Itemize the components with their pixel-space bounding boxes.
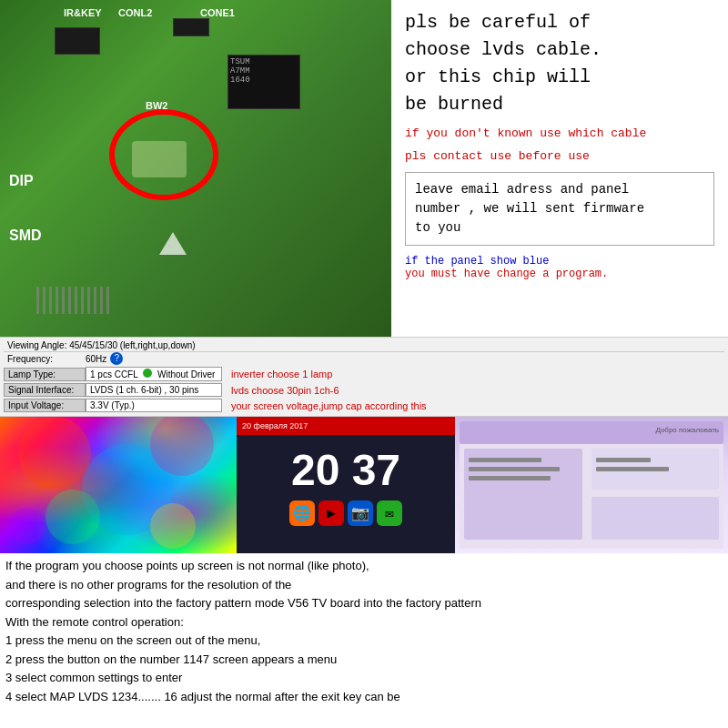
frequency-value: 60Hz bbox=[86, 354, 106, 364]
svg-rect-23 bbox=[469, 458, 541, 462]
pcb-label-cone1: CONE1 bbox=[200, 7, 235, 18]
svg-rect-9 bbox=[94, 287, 96, 314]
svg-rect-5 bbox=[68, 287, 71, 314]
bottom-images: 20 февраля 2017 20 37 🌐 ▶ 📷 ✉ bbox=[0, 417, 728, 553]
pcb-label-dip: DIP bbox=[9, 173, 34, 189]
warning-line4: be burned bbox=[405, 94, 503, 115]
triangle-marker bbox=[159, 232, 187, 255]
top-section: IR&KEY CONL2 CONE1 DIP SMD BW2 UL2 TSUMA… bbox=[0, 0, 728, 337]
info-box: leave email adress and panel number , we… bbox=[405, 172, 714, 246]
right-panel-bg: Добро пожаловать bbox=[455, 417, 728, 553]
svg-rect-2 bbox=[49, 287, 52, 314]
svg-rect-27 bbox=[596, 467, 669, 471]
clock-bar-text: 20 февраля 2017 bbox=[242, 421, 308, 430]
program-notice-text: you must have change a program. bbox=[405, 268, 608, 280]
frequency-label: Frequency: bbox=[4, 353, 86, 365]
android-icon-1: 🌐 bbox=[289, 500, 315, 526]
bottom-line7: 3 select common settings to enter bbox=[5, 669, 723, 687]
clock-bar: 20 февраля 2017 bbox=[237, 417, 455, 435]
blue-notice: if the panel show blue bbox=[405, 255, 714, 268]
lvds-note: lvds choose 30pin 1ch-6 bbox=[231, 385, 339, 396]
clock-time-display: 20 37 bbox=[291, 445, 400, 495]
warning-line1: pls be careful of bbox=[405, 12, 591, 33]
page-wrapper: IR&KEY CONL2 CONE1 DIP SMD BW2 UL2 TSUMA… bbox=[0, 0, 728, 728]
blue-notice-text: if the panel show blue bbox=[405, 255, 549, 268]
red-circle-highlight bbox=[109, 109, 218, 200]
svg-point-16 bbox=[150, 503, 196, 549]
lamp-driver: Without Driver bbox=[157, 369, 215, 379]
main-warning-text: pls be careful of choose lvds cable. or … bbox=[405, 9, 714, 118]
bottom-line5: 1 press the menu on the screen out of th… bbox=[5, 632, 723, 650]
bottom-line1: If the program you choose points up scre… bbox=[5, 557, 723, 575]
android-icon-4: ✉ bbox=[377, 500, 402, 526]
viewing-angle-row: Viewing Angle: 45/45/15/30 (left,right,u… bbox=[4, 339, 724, 352]
signal-row: Signal Interface: LVDS (1 ch. 6-bit) , 3… bbox=[4, 383, 724, 397]
svg-rect-4 bbox=[62, 287, 65, 314]
bottom-line8: 4 select MAP LVDS 1234....... 16 adjust … bbox=[5, 688, 723, 706]
signal-label: Signal Interface: bbox=[4, 383, 86, 397]
red-warning-1: if you don't known use which cable bbox=[405, 126, 714, 142]
pcb-label-conl2: CONL2 bbox=[118, 7, 152, 18]
info-line2: number , we will sent firmware bbox=[415, 201, 644, 216]
panel-text-overlay: Добро пожаловать bbox=[655, 426, 719, 434]
android-icon-3: 📷 bbox=[348, 500, 373, 526]
lamp-row: Lamp Type: 1 pcs CCFL Without Driver inv… bbox=[4, 367, 724, 381]
info-line1: leave email adress and panel bbox=[415, 182, 629, 197]
warning-line3: or this chip will bbox=[405, 66, 591, 87]
lamp-indicator bbox=[143, 369, 152, 378]
svg-rect-0 bbox=[36, 287, 39, 314]
bottom-line2: and there is no other programs for the r… bbox=[5, 576, 723, 594]
lamp-count: 1 pcs CCFL bbox=[90, 369, 137, 379]
svg-rect-10 bbox=[100, 287, 103, 314]
svg-rect-7 bbox=[81, 287, 84, 314]
android-icon-2: ▶ bbox=[318, 500, 344, 526]
frequency-row: Frequency: 60Hz ? bbox=[4, 352, 724, 365]
svg-rect-11 bbox=[106, 287, 109, 314]
specs-section: Viewing Angle: 45/45/15/30 (left,right,u… bbox=[0, 337, 728, 417]
svg-rect-25 bbox=[469, 476, 551, 480]
connector-area bbox=[27, 282, 382, 328]
voltage-label: Input Voltage: bbox=[4, 399, 86, 412]
svg-rect-6 bbox=[75, 287, 77, 314]
svg-rect-24 bbox=[469, 467, 560, 471]
viewing-angle-label: Viewing Angle: bbox=[7, 340, 66, 350]
pcb-label-smd: SMD bbox=[9, 228, 42, 244]
pcb-image: IR&KEY CONL2 CONE1 DIP SMD BW2 UL2 TSUMA… bbox=[0, 0, 391, 337]
pcb-chip-2 bbox=[173, 18, 209, 36]
signal-value: LVDS (1 ch. 6-bit) , 30 pins bbox=[86, 383, 222, 397]
info-box-text: leave email adress and panel number , we… bbox=[415, 180, 704, 238]
clock-date: 20 февраля 2017 bbox=[242, 421, 308, 430]
pcb-label-irkey: IR&KEY bbox=[64, 7, 102, 18]
android-icons-row: 🌐 ▶ 📷 ✉ bbox=[289, 500, 402, 526]
svg-point-17 bbox=[9, 508, 46, 544]
bottom-text-section: If the program you choose points up scre… bbox=[0, 553, 728, 728]
bottom-line4: With the remote control operation: bbox=[5, 613, 723, 632]
pcb-background: IR&KEY CONL2 CONE1 DIP SMD BW2 UL2 TSUMA… bbox=[0, 0, 391, 337]
voltage-row: Input Voltage: 3.3V (Typ.) your screen v… bbox=[4, 399, 724, 412]
svg-rect-3 bbox=[56, 287, 58, 314]
svg-rect-8 bbox=[87, 287, 90, 314]
contact-text-content: pls contact use before use bbox=[405, 149, 590, 163]
bottom-line6: 2 press the button on the number 1147 sc… bbox=[5, 651, 723, 669]
warning-line2: choose lvds cable. bbox=[405, 39, 602, 60]
help-icon[interactable]: ? bbox=[110, 352, 123, 365]
clock-image: 20 февраля 2017 20 37 🌐 ▶ 📷 ✉ bbox=[237, 417, 455, 553]
bottom-line3: corresponding selection into the factory… bbox=[5, 594, 723, 612]
right-panel-image: Добро пожаловать bbox=[455, 417, 728, 553]
voltage-value: 3.3V (Typ.) bbox=[86, 399, 222, 412]
inverter-note: inverter choose 1 lamp bbox=[231, 369, 332, 379]
svg-point-15 bbox=[46, 490, 100, 544]
pcb-chip-tsumi: TSUMA7MM1640 bbox=[228, 55, 300, 109]
info-line3: to you bbox=[415, 220, 460, 235]
contact-text: pls contact use before use bbox=[405, 149, 714, 163]
lamp-label: Lamp Type: bbox=[4, 368, 86, 381]
svg-rect-1 bbox=[43, 287, 46, 314]
top-right-panel: pls be careful of choose lvds cable. or … bbox=[391, 0, 728, 337]
viewing-angle-value: 45/45/15/30 (left,right,up,down) bbox=[69, 340, 195, 350]
test-pattern-image bbox=[0, 417, 237, 553]
red-warning-text-1: if you don't known use which cable bbox=[405, 126, 646, 140]
pcb-chip-1 bbox=[55, 27, 100, 55]
lamp-value: 1 pcs CCFL Without Driver bbox=[86, 367, 222, 381]
svg-rect-22 bbox=[592, 497, 719, 540]
svg-point-12 bbox=[18, 417, 91, 490]
